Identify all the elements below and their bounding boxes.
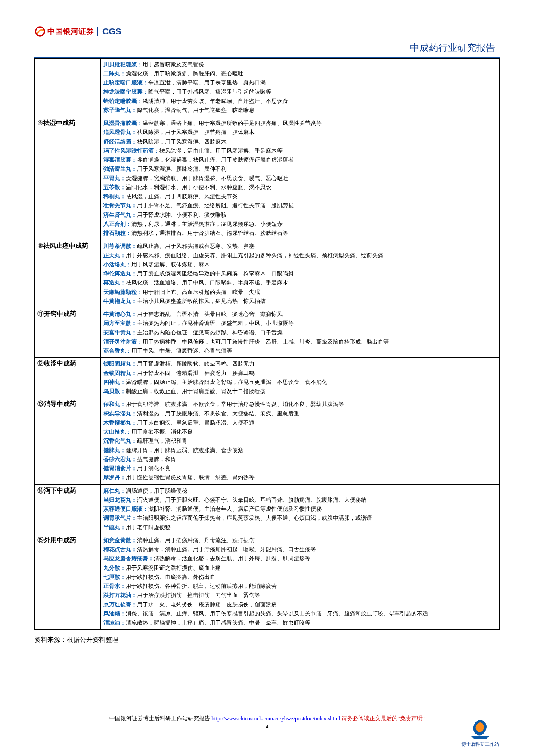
table-row: 川贝枇杷糖浆：用于感冒咳嗽及支气管炎二陈丸：燥湿化痰，用于咳嗽痰多、胸脘胀闷、恶… bbox=[35, 58, 500, 117]
category-number: ⑪ bbox=[37, 310, 44, 317]
medicine-line: 健脾丸：健脾开胃，用于脾胃虚弱、脘腹胀满、食少便溏 bbox=[103, 446, 497, 455]
medicine-name: 苏合香丸： bbox=[103, 348, 131, 354]
medicine-name: 大山楂丸： bbox=[103, 429, 131, 435]
medicine-line: 乌贝散：制酸止痛，收敛止血。用于胃痛泛酸、胃及十二指肠溃疡 bbox=[103, 387, 497, 396]
source-line: 资料来源：根据公开资料整理 bbox=[34, 636, 500, 644]
medicine-desc: 用于瘀血或痰湿闭阻经络导致的中风瘫痪、拘挛麻木、口眼㖞斜 bbox=[137, 271, 294, 277]
medicine-desc: 燥湿化痰，用于咳嗽痰多、胸脘胀闷、恶心呕吐 bbox=[126, 71, 243, 77]
logo-text-cn: 中国银河证券 bbox=[47, 26, 94, 37]
medicine-line: 八正合剂：清热，利尿，通淋，主治湿热淋症，症见尿频尿急、小便短赤 bbox=[103, 220, 497, 229]
category-cell: ⑪开窍中成药 bbox=[35, 308, 101, 358]
table-row: ⑬消导中成药保和丸：用于食积停滞、脘腹胀满、不欲饮食，常用于治疗急慢性胃炎、消化… bbox=[35, 398, 500, 484]
medicine-line: 独活寄生丸：用于风寒湿痹、腰膝冷痛、屈伸不利 bbox=[103, 165, 497, 174]
medicine-desc: 用于治疗跌打损伤、撞击扭伤、刀伤出血、烫伤等 bbox=[137, 592, 260, 598]
medicine-line: 木香槟榔丸：用于赤白痢疾、里急后重、胃肠积滞、大便不通 bbox=[103, 419, 497, 428]
category-number: ⑮ bbox=[37, 537, 44, 544]
medicine-line: 再造丸：祛风化痰，活血通络。用于中风、口眼㖞斜、半身不遂、手足麻木 bbox=[103, 278, 497, 287]
footer-text: 中国银河证券博士后科研工作站研究报告 http://www.chinastock… bbox=[34, 715, 500, 722]
content-cell: 风湿骨痛胶囊：温经散寒，通络止痛。用于寒湿痹所致的手足四肢疼痛、风湿性关节炎等追… bbox=[101, 117, 500, 240]
category-name: 祛湿中成药 bbox=[43, 119, 75, 126]
medicine-name: 乌贝散： bbox=[103, 388, 126, 394]
medicine-line: 平胃丸：燥湿健脾，宽胸消胀。用于脾胃湿盛、不思饮食、嗳气、恶心呕吐 bbox=[103, 174, 497, 183]
medicine-line: 麻仁丸：润肠通便，用于肠燥便秘 bbox=[103, 487, 497, 496]
medicine-line: 金锁固精丸：用于肾虚不固、遗精滑泄、神疲乏力、腰痛耳鸣 bbox=[103, 369, 497, 378]
category-number: ⑩ bbox=[37, 242, 43, 249]
medicine-desc: 用于食欲不振、消化不良 bbox=[131, 429, 193, 435]
medicine-line: 跌打万花油：用于治疗跌打损伤、撞击扭伤、刀伤出血、烫伤等 bbox=[103, 591, 497, 600]
table-row: ⑨祛湿中成药风湿骨痛胶囊：温经散寒，通络止痛。用于寒湿痹所致的手足四肢疼痛、风湿… bbox=[35, 117, 500, 240]
swirl-icon bbox=[34, 26, 46, 37]
content-cell: 如意金黄散：消肿止痛。用于疮疡肿痛、丹毒流注、跌打损伤梅花点舌丸：清热解毒，消肿… bbox=[101, 534, 500, 630]
medicine-name: 苁蓉通便口服液： bbox=[103, 506, 148, 512]
medicine-desc: 温阳化水，利湿行水。用于小便不利、水肿腹胀、渴不思饮 bbox=[126, 184, 271, 191]
table-row: ⑪开窍中成药牛黄清心丸：用于神志混乱、言语不清、头晕目眩、痰迷心窍、癫痫惊风局方… bbox=[35, 308, 500, 358]
medicine-name: 风油精： bbox=[103, 611, 126, 617]
medicine-name: 华佗再造丸： bbox=[103, 271, 137, 277]
content-cell: 牛黄清心丸：用于神志混乱、言语不清、头晕目眩、痰迷心窍、癫痫惊风局方至宝散：主治… bbox=[101, 308, 500, 358]
medicine-desc: 用于慢性萎缩性胃炎及胃痛、胀满、纳差、胃灼热等 bbox=[126, 475, 255, 481]
content-cell: 锁阳固精丸：用于肾虚滑精、腰膝酸软、眩晕耳鸣、四肢无力金锁固精丸：用于肾虚不固、… bbox=[101, 358, 500, 398]
footer-link[interactable]: http://www.chinastock.com.cn/yhwz/postdo… bbox=[211, 715, 340, 722]
page-number: 4 bbox=[34, 723, 500, 730]
category-cell: ⑩祛风止痉中成药 bbox=[35, 240, 101, 308]
medicine-line: 川芎茶调散：疏风止痛。用于风邪头痛或有恶寒、发热、鼻塞 bbox=[103, 242, 497, 251]
medicine-name: 舒经活络酒： bbox=[103, 139, 137, 145]
medicine-name: 京万红软膏： bbox=[103, 602, 137, 608]
category-number: ⑫ bbox=[37, 360, 44, 367]
medicine-name: 安宫牛黄丸： bbox=[103, 330, 137, 336]
medicine-desc: 疏肝理气，消积和胃 bbox=[137, 438, 187, 444]
medicine-line: 当归龙荟丸：泻火通便。用于肝胆火旺、心烦不宁、头晕目眩、耳鸣耳聋、胁肋疼痛、脘腹… bbox=[103, 496, 497, 505]
medicine-line: 梅花点舌丸：清热解毒，消肿止痛。用于疔疮痈肿初起、咽喉、牙龈肿痛、口舌生疮等 bbox=[103, 545, 497, 554]
category-cell bbox=[35, 58, 101, 117]
medicine-line: 风油精：消炎、镇痛、清凉、止痒、驱风。用于伤寒感冒引起的头痛、头晕以及由关节痛、… bbox=[103, 609, 497, 619]
content-cell: 麻仁丸：润肠通便，用于肠燥便秘当归龙荟丸：泻火通便。用于肝胆火旺、心烦不宁、头晕… bbox=[101, 484, 500, 534]
medicine-name: 二陈丸： bbox=[103, 71, 126, 77]
medicine-desc: 养血润燥，化湿解毒，祛风止痒。用于皮肤瘙痒证属血虚湿蕴者 bbox=[137, 157, 294, 163]
medicine-name: 壮骨关节丸： bbox=[103, 203, 137, 209]
medicine-desc: 用于肾虚滑精、腰膝酸软、眩晕耳鸣、四肢无力 bbox=[137, 361, 255, 367]
medicine-line: 九分散：用于风寒瘀阻证之跌打损伤、瘀血止痛 bbox=[103, 564, 497, 573]
table-row: ⑭泻下中成药麻仁丸：润肠通便，用于肠燥便秘当归龙荟丸：泻火通便。用于肝胆火旺、心… bbox=[35, 484, 500, 534]
medicine-desc: 用于水、火、电灼烫伤，疮疡肿痛，皮肤损伤，创面溃疡 bbox=[137, 602, 277, 608]
medicine-name: 局方至宝散： bbox=[103, 320, 137, 326]
medicine-desc: 制酸止痛，收敛止血。用于胃痛泛酸、胃及十二指肠溃疡 bbox=[126, 388, 266, 394]
medicine-desc: 燥湿健脾，宽胸消胀。用于脾胃湿盛、不思饮食、嗳气、恶心呕吐 bbox=[126, 175, 288, 181]
brand-logo: 中国银河证券 CGS bbox=[34, 26, 121, 37]
medicine-line: 风湿骨痛胶囊：温经散寒，通络止痛。用于寒湿痹所致的手足四肢疼痛、风湿性关节炎等 bbox=[103, 119, 497, 128]
medicine-desc: 主治阳明腑实之轻症而偏于燥热者，症见蒸蒸发热、大便不通、心烦口渴，或腹中满胀，或… bbox=[137, 515, 372, 521]
medicine-line: 天麻钩藤颗粒：用于肝阳上亢、高血压引起的头痛、眩晕、失眠 bbox=[103, 288, 497, 297]
medicine-name: 摩罗丹： bbox=[103, 475, 126, 481]
medicine-line: 冯了性风湿跌打药酒：祛风除湿，活血止痛。用于风寒湿痹、手足麻木等 bbox=[103, 147, 497, 156]
medicine-line: 牛黄清心丸：用于神志混乱、言语不清、头晕目眩、痰迷心窍、癫痫惊风 bbox=[103, 310, 497, 319]
table-row: ⑫收涩中成药锁阳固精丸：用于肾虚滑精、腰膝酸软、眩晕耳鸣、四肢无力金锁固精丸：用… bbox=[35, 358, 500, 398]
medicine-line: 清凉油：清凉散热，醒脑提神，止痒止痛。用于感冒头痛、中暑、晕车、蚊虫叮咬等 bbox=[103, 619, 497, 628]
medicine-line: 七厘散：用于跌打损伤、血瘀疼痛、外伤出血 bbox=[103, 573, 497, 582]
medicine-name: 保和丸： bbox=[103, 401, 126, 407]
medicine-desc: 用于消化不良 bbox=[137, 465, 171, 472]
medicine-line: 清开灵注射液：用于热病神昏、中风偏瘫，也可用于急慢性肝炎、乙肝、上感、肺炎、高烧… bbox=[103, 337, 497, 347]
content-cell: 川芎茶调散：疏风止痛。用于风邪头痛或有恶寒、发热、鼻塞正天丸：用于外感风邪、瘀血… bbox=[101, 240, 500, 308]
medicine-desc: 辛凉宣泄，清肺平喘。用于表寒里热、身热口渴 bbox=[148, 80, 266, 86]
category-cell: ⑫收涩中成药 bbox=[35, 358, 101, 398]
medicine-name: 当归龙荟丸： bbox=[103, 497, 137, 503]
medicine-desc: 用于中风、中暑、痰厥昏迷、心胃气痛等 bbox=[131, 348, 232, 354]
logo-text-en: CGS bbox=[102, 27, 121, 37]
medicine-name: 追风透骨丸： bbox=[103, 129, 137, 135]
medicine-name: 平胃丸： bbox=[103, 175, 126, 181]
medicine-line: 京万红软膏：用于水、火、电灼烫伤，疮疡肿痛，皮肤损伤，创面溃疡 bbox=[103, 600, 497, 609]
table-row: ⑮外用中成药如意金黄散：消肿止痛。用于疮疡肿痛、丹毒流注、跌打损伤梅花点舌丸：清… bbox=[35, 534, 500, 630]
medicine-line: 牛黄抱龙丸：主治小儿风痰壅盛所致的惊风，症见高热、惊风抽搐 bbox=[103, 297, 497, 306]
footer: 中国银河证券博士后科研工作站研究报告 http://www.chinastock… bbox=[34, 712, 500, 730]
medicine-desc: 用于外感风邪、瘀血阻络、血虚失养、肝阳上亢引起的多种头痛，神经性头痛、颈椎病型头… bbox=[126, 253, 383, 259]
medicine-name: 如意金黄散： bbox=[103, 537, 137, 544]
medicine-name: 冯了性风湿跌打药酒： bbox=[103, 148, 159, 154]
medicine-name: 枳实导滞丸： bbox=[103, 411, 137, 417]
medicine-line: 香砂六君丸：益气健脾，和胃 bbox=[103, 455, 497, 464]
medicine-line: 排石颗粒：清热利水，通淋排石。用于肾脏结石、输尿管结石、膀胱结石等 bbox=[103, 229, 497, 238]
medicine-name: 川芎茶调散： bbox=[103, 243, 137, 249]
medicine-line: 如意金黄散：消肿止痛。用于疮疡肿痛、丹毒流注、跌打损伤 bbox=[103, 536, 497, 545]
medicine-line: 锁阳固精丸：用于肾虚滑精、腰膝酸软、眩晕耳鸣、四肢无力 bbox=[103, 359, 497, 369]
medicine-line: 局方至宝散：主治痰热内闭证，症见神昏谵语、痰盛气粗，中风、小儿惊厥等 bbox=[103, 319, 497, 328]
category-name: 祛风止痉中成药 bbox=[43, 242, 88, 249]
medicine-desc: 益气健脾，和胃 bbox=[137, 456, 176, 462]
